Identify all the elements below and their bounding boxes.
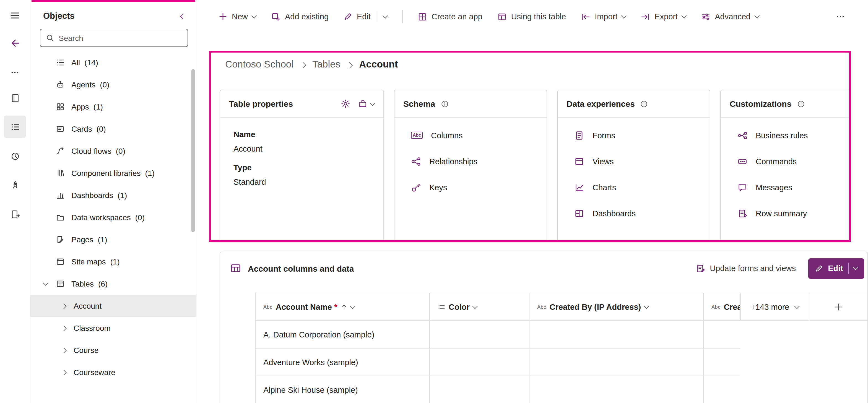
sidebar-item-component-libraries[interactable]: Component libraries (1) [30,162,196,184]
edit-split-button[interactable]: Edit [344,11,387,22]
sidebar-item-table-course[interactable]: Course [30,339,196,361]
rail-objects-button[interactable] [4,116,26,138]
sidebar-item-table-courseware[interactable]: Courseware [30,361,196,383]
truncated-cell[interactable] [704,348,741,376]
import-button[interactable]: Import [581,12,626,21]
tools-dropdown[interactable] [358,99,375,108]
search-input[interactable] [59,33,182,42]
sidebar-item-table-account[interactable]: Account [30,295,196,317]
breadcrumb-tables[interactable]: Tables [312,59,340,70]
new-button[interactable]: New [219,12,256,21]
schema-relationships-link[interactable]: Relationships [395,148,547,174]
sidebar-item-tables[interactable]: Tables (6) [30,273,196,295]
collapse-sidebar-button[interactable] [179,14,185,18]
site-map-icon [56,257,65,266]
pencil-icon [815,264,823,273]
sidebar-item-site-maps[interactable]: Site maps (1) [30,251,196,273]
sidebar-item-table-classroom[interactable]: Classroom [30,317,196,339]
breadcrumb-solution[interactable]: Contoso School [225,59,293,70]
sidebar-item-apps[interactable]: Apps (1) [30,96,196,118]
customizations-card: Customizations Business rules Commands M… [720,90,851,242]
briefcase-icon [358,99,367,108]
chevron-down-icon[interactable] [644,306,648,308]
sidebar-item-data-workspaces[interactable]: Data workspaces (0) [30,206,196,228]
power-apps-maker-portal: Objects All (14) Agents (0) Apps (1) Car… [0,0,868,403]
toolbar-divider [402,10,403,23]
rail-more-button[interactable] [4,61,26,84]
more-columns-button[interactable]: +143 more [741,293,809,320]
ellipsis-icon [10,68,19,77]
back-button[interactable] [4,32,26,54]
chevron-down-icon [41,283,49,285]
command-bar-overflow-button[interactable] [836,12,845,21]
info-icon[interactable] [640,100,648,107]
main-area: New Add existing Edit Create an app Usin… [196,0,868,403]
created-by-ip-cell[interactable] [529,348,704,376]
color-cell[interactable] [430,321,529,348]
objects-list-icon [10,122,20,131]
chevron-down-icon[interactable] [854,267,858,270]
info-icon[interactable] [441,100,448,107]
hamburger-menu-button[interactable] [4,4,26,27]
chevron-down-icon[interactable] [383,16,387,18]
create-an-app-button[interactable]: Create an app [418,12,483,21]
commands-link[interactable]: Commands [721,148,850,174]
sidebar-item-dashboards[interactable]: Dashboards (1) [30,184,196,206]
sidebar-search[interactable] [40,29,188,47]
truncated-cell[interactable] [704,376,741,403]
sidebar-scrollbar[interactable] [191,69,195,232]
hamburger-icon [10,10,20,21]
views-link[interactable]: Views [558,148,710,174]
card-title: Schema [403,99,435,108]
table-row[interactable]: Alpine Ski House (sample) [256,376,740,403]
rail-export-solution-button[interactable] [4,203,26,225]
chevron-down-icon[interactable] [350,306,354,308]
charts-link[interactable]: Charts [558,174,710,200]
sidebar-item-cards[interactable]: Cards (0) [30,118,196,140]
sidebar-item-agents[interactable]: Agents (0) [30,73,196,96]
settings-gear-icon[interactable] [341,99,350,108]
row-summary-link[interactable]: Row summary [721,200,850,226]
sidebar-item-all[interactable]: All (14) [30,52,196,73]
advanced-button[interactable]: Advanced [701,12,759,21]
edit-data-button[interactable]: Edit [808,258,864,279]
messages-link[interactable]: Messages [721,174,850,200]
rail-history-button[interactable] [4,145,26,167]
column-header-account-name[interactable]: Abc Account Name * [256,293,430,320]
account-name-cell[interactable]: Adventure Works (sample) [256,348,430,376]
add-existing-button[interactable]: Add existing [271,12,329,21]
column-header-created-by-ip[interactable]: Abc Created By (IP Address) [529,293,704,320]
info-icon[interactable] [797,100,805,107]
table-row[interactable]: Adventure Works (sample) [256,348,740,376]
using-this-table-button[interactable]: Using this table [497,12,566,21]
chevron-down-icon [252,16,256,18]
rail-launch-button[interactable] [4,174,26,196]
table-row[interactable]: A. Datum Corporation (sample) [256,321,740,348]
truncated-cell[interactable] [704,321,741,348]
sidebar-item-cloud-flows[interactable]: Cloud flows (0) [30,140,196,162]
account-name-cell[interactable]: A. Datum Corporation (sample) [256,321,430,348]
add-column-button[interactable] [809,293,868,320]
column-header-color[interactable]: Color [430,293,529,320]
schema-keys-link[interactable]: Keys [395,174,547,200]
export-button[interactable]: Export [641,12,686,21]
created-by-ip-cell[interactable] [529,376,704,403]
schema-columns-link[interactable]: Abc Columns [395,122,547,148]
card-item-label: Row summary [756,209,807,218]
color-cell[interactable] [430,376,529,403]
more-columns-label: +143 more [751,302,789,311]
chevron-down-icon[interactable] [473,306,477,308]
color-cell[interactable] [430,348,529,376]
update-forms-and-views-button[interactable]: Update forms and views [696,264,796,273]
business-rules-link[interactable]: Business rules [721,122,850,148]
rail-environments-button[interactable] [4,87,26,109]
created-by-ip-cell[interactable] [529,321,704,348]
chevron-right-icon [60,304,67,308]
name-value: Account [234,144,370,153]
sidebar-item-pages[interactable]: Pages (1) [30,228,196,251]
forms-link[interactable]: Forms [558,122,710,148]
account-name-cell[interactable]: Alpine Ski House (sample) [256,376,430,403]
column-header-truncated[interactable]: Abc Crea [704,293,741,320]
schema-item-label: Keys [429,183,447,192]
dashboards-link[interactable]: Dashboards [558,200,710,226]
